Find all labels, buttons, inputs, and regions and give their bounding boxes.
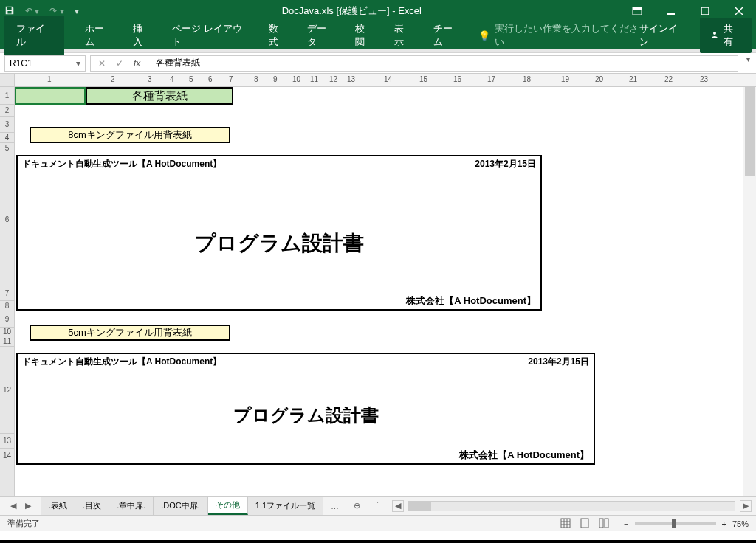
tab-team[interactable]: チーム xyxy=(423,16,471,55)
sheet-nav-next-icon[interactable]: ▶ xyxy=(25,501,31,511)
lightbulb-icon: 💡 xyxy=(478,30,490,41)
row-header[interactable]: 4 xyxy=(0,133,14,143)
file-tab[interactable]: ファイル xyxy=(4,16,64,55)
view-switcher xyxy=(560,518,609,530)
normal-view-icon[interactable] xyxy=(560,518,571,530)
tab-insert[interactable]: 挿入 xyxy=(123,16,162,55)
formula-expand-icon[interactable]: ▾ xyxy=(746,55,750,63)
vscroll-thumb[interactable] xyxy=(745,87,755,176)
cells-grid[interactable]: 各種背表紙 8cmキングファイル用背表紙 ドキュメント自動生成ツール【A Hot… xyxy=(15,87,743,496)
tab-view[interactable]: 表示 xyxy=(384,16,423,55)
zoom-in-button[interactable]: + xyxy=(722,519,726,528)
ruler-tick: 8 xyxy=(254,75,258,83)
sheet-nav-prev-icon[interactable]: ◀ xyxy=(10,501,16,511)
row-header[interactable]: 10 xyxy=(0,328,14,336)
box1-tool: ドキュメント自動生成ツール【A HotDocument】 xyxy=(22,158,221,170)
sheet-tab[interactable]: .DOC中扉. xyxy=(154,497,208,515)
zoom-slider[interactable] xyxy=(635,522,716,525)
row-header[interactable]: 8 xyxy=(0,301,14,311)
row-header[interactable]: 3 xyxy=(0,117,14,133)
row-header[interactable]: 9 xyxy=(0,311,14,328)
ribbon-display-icon[interactable] xyxy=(620,0,654,22)
svg-rect-13 xyxy=(599,519,603,528)
ruler-tick: 1 xyxy=(47,75,52,83)
ruler-tick: 16 xyxy=(453,75,461,83)
ruler-tick: 9 xyxy=(273,75,278,83)
ruler-tick: 13 xyxy=(347,75,355,83)
page-layout-view-icon[interactable] xyxy=(580,518,590,530)
sheet-tab[interactable]: 1.1ファイル一覧 xyxy=(248,497,323,515)
spine-box-5cm: ドキュメント自動生成ツール【A HotDocument】 2013年2月15日 … xyxy=(16,353,595,465)
sheet-tab-bar: ◀ ▶ .表紙.目次.章中扉..DOC中扉.その他1.1ファイル一覧 … ⊕ ⋮… xyxy=(0,496,756,515)
formula-bar: R1C1 ▾ ✕ ✓ fx 各種背表紙 ▾ xyxy=(0,53,756,74)
box2-tool: ドキュメント自動生成ツール【A HotDocument】 xyxy=(22,356,221,368)
sheet-tabs-more[interactable]: … xyxy=(323,502,346,511)
row-header[interactable]: 6 xyxy=(0,153,14,286)
hscroll-left-icon[interactable]: ◀ xyxy=(392,500,404,512)
box2-title: プログラム設計書 xyxy=(18,404,594,427)
ruler-tick: 3 xyxy=(148,75,152,83)
select-all-corner[interactable] xyxy=(0,74,15,86)
page-break-view-icon[interactable] xyxy=(599,518,609,530)
minimize-button[interactable] xyxy=(654,0,688,22)
hscroll-thumb[interactable] xyxy=(409,502,431,511)
zoom-slider-thumb[interactable] xyxy=(672,519,676,528)
sheet-tab[interactable]: .章中扉. xyxy=(109,497,154,515)
new-sheet-button[interactable]: ⊕ xyxy=(346,501,368,511)
ruler-tick: 2 xyxy=(111,75,115,83)
horizontal-scrollbar[interactable] xyxy=(408,501,735,511)
vertical-scrollbar[interactable] xyxy=(743,87,756,496)
sheet-tab[interactable]: .表紙 xyxy=(41,497,75,515)
tab-home[interactable]: ホーム xyxy=(75,16,123,55)
row-header[interactable]: 12 xyxy=(0,347,14,434)
tab-data[interactable]: データ xyxy=(297,16,345,55)
cancel-icon[interactable]: ✕ xyxy=(98,58,106,69)
svg-rect-14 xyxy=(605,519,608,528)
ruler-tick: 21 xyxy=(629,75,637,83)
name-box[interactable]: R1C1 ▾ xyxy=(4,55,86,72)
ruler-tick: 22 xyxy=(664,75,673,83)
formula-input[interactable]: 各種背表紙 xyxy=(148,55,738,72)
zoom-level[interactable]: 75% xyxy=(732,519,749,528)
row-header[interactable]: 13 xyxy=(0,434,14,449)
tab-review[interactable]: 校閲 xyxy=(345,16,384,55)
sheet-nav: ◀ ▶ xyxy=(0,501,41,511)
svg-rect-7 xyxy=(561,519,570,528)
row-header[interactable]: 2 xyxy=(0,105,14,117)
enter-icon[interactable]: ✓ xyxy=(116,58,123,69)
ruler-ticks: 1234567891011121314151617181920212223 xyxy=(15,74,756,86)
ruler-tick: 5 xyxy=(189,75,193,83)
ruler-tick: 15 xyxy=(419,75,427,83)
bottom-border xyxy=(0,540,756,543)
hscroll-right-icon[interactable]: ▶ xyxy=(740,500,752,512)
status-ready: 準備完了 xyxy=(7,518,560,529)
row-header[interactable]: 5 xyxy=(0,143,14,153)
row-header[interactable]: 1 xyxy=(0,87,14,105)
box2-date: 2013年2月15日 xyxy=(528,356,589,368)
sheet-tabs: .表紙.目次.章中扉..DOC中扉.その他1.1ファイル一覧 xyxy=(41,497,323,515)
tab-page-layout[interactable]: ページ レイアウト xyxy=(162,16,258,55)
undo-icon[interactable]: ↶ ▾ xyxy=(25,6,39,16)
row-header[interactable]: 14 xyxy=(0,449,14,463)
qat-customize-icon[interactable]: ▾ xyxy=(75,6,79,16)
heading-cell: 各種背表紙 xyxy=(86,87,233,105)
redo-icon[interactable]: ↷ ▾ xyxy=(49,6,63,16)
zoom-out-button[interactable]: − xyxy=(624,519,628,528)
row-header[interactable]: 11 xyxy=(0,336,14,347)
cell-reference: R1C1 xyxy=(10,58,32,69)
namebox-dropdown-icon[interactable]: ▾ xyxy=(76,58,80,69)
sheet-tab[interactable]: その他 xyxy=(208,497,248,515)
save-icon[interactable] xyxy=(4,5,15,18)
sheet-tab[interactable]: .目次 xyxy=(75,497,109,515)
share-button[interactable]: 共有 xyxy=(700,18,752,53)
selected-cell[interactable] xyxy=(15,87,86,105)
tab-formulas[interactable]: 数式 xyxy=(258,16,298,55)
tell-me[interactable]: 💡 実行したい作業を入力してください xyxy=(478,22,640,49)
row-header[interactable]: 7 xyxy=(0,286,14,301)
svg-rect-1 xyxy=(633,7,642,10)
formula-value: 各種背表紙 xyxy=(156,57,200,69)
fx-icon[interactable]: fx xyxy=(134,58,140,69)
signin-link[interactable]: サインイン xyxy=(639,22,685,49)
ruler-tick: 18 xyxy=(523,75,531,83)
ruler-tick: 7 xyxy=(229,75,233,83)
